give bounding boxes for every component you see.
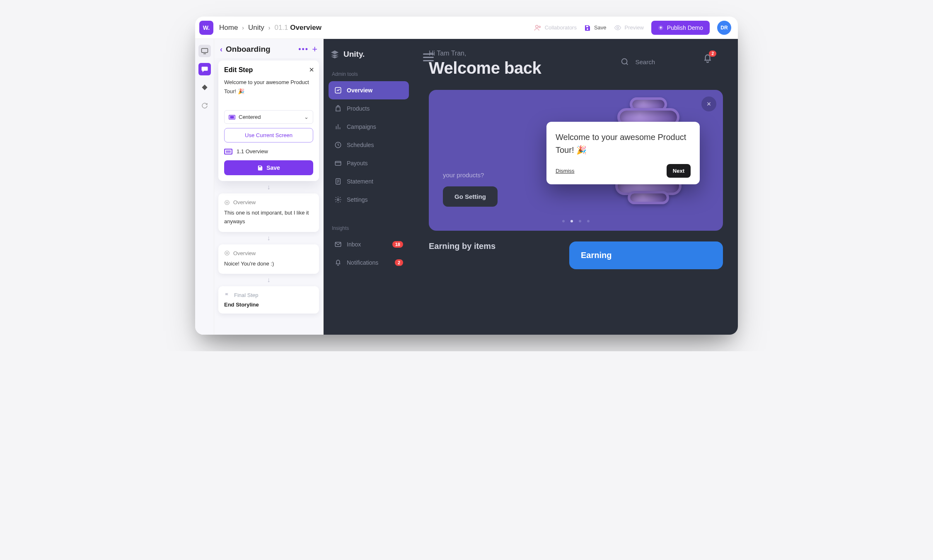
nav-overview[interactable]: Overview [329, 81, 409, 99]
preview-label: Preview [625, 24, 644, 31]
step-card[interactable]: Overview Noice! You're done :) [218, 244, 319, 274]
arrow-down-icon: ↓ [218, 232, 319, 244]
section-label: Insights [332, 225, 406, 231]
nav-label: Campaigns [347, 123, 376, 130]
diamond-icon [201, 84, 208, 91]
document-icon [334, 178, 342, 185]
layers-icon [330, 50, 339, 59]
use-current-screen-button[interactable]: Use Current Screen [224, 128, 313, 142]
upload-icon [658, 25, 664, 31]
mail-icon [334, 241, 342, 248]
rail-layers[interactable] [198, 81, 211, 94]
step-card[interactable]: Overview This one is not imporant, but I… [218, 193, 319, 232]
search-input[interactable]: Search [620, 57, 655, 66]
breadcrumb-page-prefix: 01.1 [274, 24, 288, 31]
nav-schedules[interactable]: Schedules [329, 136, 409, 154]
wallet-icon [334, 159, 342, 167]
chevron-right-icon: › [268, 24, 271, 31]
nav-label: Products [347, 105, 370, 112]
arrow-down-icon: ↓ [218, 274, 319, 286]
centered-icon [229, 115, 235, 120]
nav-label: Settings [347, 196, 368, 203]
earning-by-items-title: Earning by items [429, 241, 559, 251]
nav-statement[interactable]: Statement [329, 172, 409, 191]
final-step-card[interactable]: Final Step End Storyline [218, 286, 319, 314]
badge: 18 [392, 241, 403, 248]
rail-sync[interactable] [198, 99, 211, 112]
notifications-button[interactable]: 2 [702, 53, 713, 65]
linked-screen[interactable]: 1.1 Overview [224, 148, 313, 154]
app-window: W. Home › Unity › 01.1 Overview Collabor… [195, 17, 738, 335]
close-icon[interactable]: × [701, 97, 716, 111]
chevron-down-icon: ⌄ [304, 114, 309, 120]
svg-point-15 [337, 199, 339, 201]
topbar-actions: Collaborators Save Preview Publish Demo … [534, 21, 731, 35]
hero-subtitle: your products? [443, 171, 484, 179]
demo-app: Unity. Admin tools Overview Products Cam… [324, 39, 738, 335]
go-setting-button[interactable]: Go Setting [443, 186, 498, 207]
demo-brand: Unity. [330, 50, 407, 59]
top-bar: W. Home › Unity › 01.1 Overview Collabor… [195, 17, 738, 39]
edit-step-card: × Edit Step Welcome to your awesome Prod… [218, 60, 319, 181]
nav-notifications[interactable]: Notifications 2 [329, 253, 409, 272]
step-text-input[interactable]: Welcome to your awesome Product Tour! 🎉 [224, 78, 313, 107]
nav-label: Schedules [347, 142, 374, 148]
welcome-heading: Welcome back [429, 59, 723, 77]
demo-canvas: Unity. Admin tools Overview Products Cam… [324, 39, 738, 335]
step-title: Overview [233, 250, 256, 256]
screen-thumbnail-icon [224, 149, 232, 154]
storyline-title: Onboarding [226, 45, 271, 54]
breadcrumb-page[interactable]: 01.1 Overview [274, 24, 321, 32]
bell-icon [334, 259, 342, 266]
collaborators-button[interactable]: Collaborators [534, 24, 577, 31]
breadcrumb: Home › Unity › 01.1 Overview [219, 24, 321, 32]
svg-point-2 [616, 27, 619, 29]
publish-label: Publish Demo [667, 24, 703, 31]
next-button[interactable]: Next [667, 164, 691, 178]
svg-point-1 [539, 26, 540, 27]
svg-rect-13 [335, 162, 341, 166]
nav-campaigns[interactable]: Campaigns [329, 118, 409, 136]
publish-button[interactable]: Publish Demo [651, 21, 710, 35]
preview-button[interactable]: Preview [614, 24, 644, 31]
step-body: This one is not imporant, but I like it … [224, 209, 313, 226]
position-select[interactable]: Centered ⌄ [224, 110, 313, 124]
save-button[interactable]: Save [584, 24, 607, 31]
add-step-button[interactable]: + [312, 44, 317, 55]
earning-card-title: Earning [581, 251, 711, 260]
save-step-button[interactable]: Save [224, 160, 313, 175]
carousel-pager[interactable] [562, 220, 590, 222]
svg-rect-6 [230, 116, 234, 118]
position-label: Centered [239, 114, 261, 120]
badge: 2 [709, 51, 716, 57]
earning-card[interactable]: Earning [569, 241, 723, 269]
more-options-button[interactable]: ••• [298, 45, 309, 54]
nav-settings[interactable]: Settings [329, 191, 409, 209]
bag-icon [334, 105, 342, 112]
demo-main: Hi Tam Tran, Welcome back Search 2 × you… [414, 39, 738, 335]
nav-payouts[interactable]: Payouts [329, 154, 409, 172]
nav-inbox[interactable]: Inbox 18 [329, 235, 409, 253]
nav-label: Statement [347, 178, 373, 185]
svg-point-17 [622, 59, 627, 64]
nav-products[interactable]: Products [329, 99, 409, 118]
rail-screens[interactable] [198, 45, 211, 57]
nav-label: Notifications [347, 259, 378, 266]
save-icon [257, 165, 263, 171]
dismiss-button[interactable]: Dismiss [556, 168, 575, 174]
nav-label: Inbox [347, 241, 361, 248]
monitor-icon [201, 48, 208, 54]
close-icon[interactable]: × [309, 65, 314, 74]
clock-icon [334, 141, 342, 149]
breadcrumb-home[interactable]: Home [219, 24, 238, 32]
flag-icon [224, 292, 230, 298]
collaborators-label: Collaborators [545, 24, 577, 31]
save-icon [584, 24, 591, 31]
app-logo[interactable]: W. [199, 21, 213, 35]
breadcrumb-project[interactable]: Unity [248, 24, 264, 32]
target-icon [224, 250, 230, 256]
chat-icon [201, 66, 208, 72]
rail-steps[interactable] [198, 63, 211, 75]
avatar[interactable]: DR [717, 21, 731, 35]
back-button[interactable]: ‹ [220, 45, 222, 54]
